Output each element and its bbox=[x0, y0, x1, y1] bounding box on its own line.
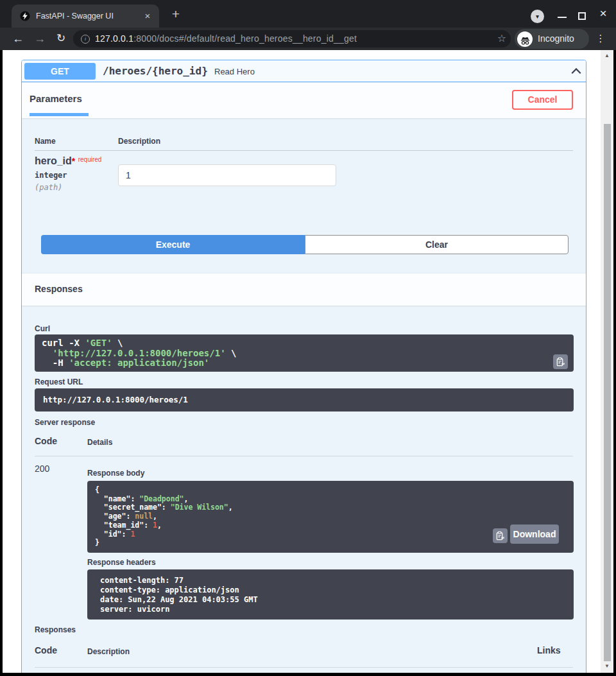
url-bar[interactable]: i 127.0.0.1:8000/docs#/default/read_hero… bbox=[73, 30, 511, 48]
clipboard-icon bbox=[495, 531, 505, 541]
response-headers-label: Response headers bbox=[87, 558, 156, 567]
browser-toolbar: ← → ↻ i 127.0.0.1:8000/docs#/default/rea… bbox=[0, 28, 616, 50]
incognito-label: Incognito bbox=[538, 29, 574, 49]
endpoint-summary: Read Hero bbox=[214, 60, 255, 82]
browser-menu-icon[interactable]: ⋮ bbox=[595, 28, 606, 50]
documented-responses-label: Responses bbox=[35, 625, 76, 634]
curl-line: -H 'accept: application/json' bbox=[42, 358, 574, 368]
cancel-button[interactable]: Cancel bbox=[512, 90, 573, 110]
chevron-up-icon[interactable] bbox=[570, 65, 582, 77]
column-header-links: Links bbox=[537, 645, 561, 655]
json-line: { bbox=[95, 486, 574, 495]
header-line: server: uvicorn bbox=[100, 605, 574, 614]
header-line: content-type: application/json bbox=[100, 585, 574, 595]
column-header-description: Description bbox=[87, 647, 130, 656]
header-line: date: Sun,22 Aug 2021 04:03:55 GMT bbox=[100, 595, 574, 605]
new-tab-button[interactable]: + bbox=[168, 6, 184, 22]
param-type: integer bbox=[35, 171, 67, 180]
browser-tab[interactable]: FastAPI - Swagger UI × bbox=[12, 4, 159, 28]
hero-id-input[interactable] bbox=[118, 164, 336, 186]
url-text: 127.0.0.1:8000/docs#/default/read_hero_h… bbox=[95, 30, 357, 48]
window-maximize-button[interactable] bbox=[578, 12, 586, 20]
url-path: :8000/docs#/default/read_hero_heroes__he… bbox=[133, 33, 357, 44]
browser-tab-bar: FastAPI - Swagger UI × + ▾ × bbox=[0, 0, 616, 28]
json-line: "name": "Deadpond", bbox=[95, 495, 574, 504]
vertical-scrollbar[interactable]: ▲ ▼ bbox=[601, 50, 613, 673]
request-url-label: Request URL bbox=[35, 377, 83, 386]
header-line: content-length: 77 bbox=[100, 576, 574, 585]
column-header-code: Code bbox=[35, 436, 57, 446]
json-line: "age": null, bbox=[95, 512, 574, 521]
request-url-value: http://127.0.0.1:8000/heroes/1 bbox=[43, 395, 574, 404]
column-header-code: Code bbox=[35, 645, 57, 655]
doc-response-code: 200 bbox=[35, 672, 49, 673]
column-header-description: Description bbox=[118, 137, 160, 146]
execute-button[interactable]: Execute bbox=[41, 235, 305, 254]
doc-response-links: No links bbox=[537, 672, 565, 673]
window-close-button[interactable]: × bbox=[595, 6, 611, 21]
download-button[interactable]: Download bbox=[510, 524, 559, 544]
responses-section-header: Responses bbox=[22, 273, 586, 306]
swagger-page: GET /heroes/{hero_id} Read Hero Paramete… bbox=[3, 50, 601, 673]
http-method-badge: GET bbox=[24, 63, 96, 80]
column-header-details: Details bbox=[87, 438, 112, 447]
clipboard-icon bbox=[556, 357, 565, 367]
clear-button[interactable]: Clear bbox=[305, 235, 569, 254]
copy-curl-button[interactable] bbox=[553, 354, 568, 369]
scroll-up-icon[interactable]: ▲ bbox=[601, 51, 613, 60]
column-header-name: Name bbox=[35, 137, 56, 146]
fastapi-favicon-icon bbox=[20, 11, 30, 21]
json-line: "secret_name": "Dive Wilson", bbox=[95, 503, 574, 512]
incognito-badge: Incognito bbox=[515, 29, 589, 49]
curl-command-block: curl -X 'GET' \ 'http://127.0.0.1:8000/h… bbox=[35, 334, 574, 372]
curl-line: curl -X 'GET' \ bbox=[42, 338, 574, 349]
param-location: (path) bbox=[35, 183, 62, 192]
opblock-get-heroes: GET /heroes/{hero_id} Read Hero Paramete… bbox=[21, 60, 586, 673]
tab-title: FastAPI - Swagger UI bbox=[36, 4, 114, 28]
response-headers-block: content-length: 77 content-type: applica… bbox=[87, 569, 574, 620]
active-tab-underline bbox=[30, 113, 89, 116]
param-name: hero_id* required bbox=[35, 155, 101, 167]
parameters-section-header: Parameters Cancel bbox=[22, 83, 586, 118]
request-url-block: http://127.0.0.1:8000/heroes/1 bbox=[35, 388, 574, 412]
opblock-summary[interactable]: GET /heroes/{hero_id} Read Hero bbox=[22, 60, 586, 82]
divider bbox=[35, 456, 573, 456]
required-label: required bbox=[78, 156, 102, 163]
scroll-down-icon[interactable]: ▼ bbox=[601, 662, 613, 671]
tab-close-icon[interactable]: × bbox=[141, 10, 154, 22]
curl-label: Curl bbox=[35, 324, 50, 333]
param-name-text: hero_id bbox=[35, 155, 72, 166]
response-body-label: Response body bbox=[87, 469, 144, 478]
copy-response-button[interactable] bbox=[493, 528, 508, 543]
divider bbox=[35, 150, 573, 151]
server-response-label: Server response bbox=[35, 418, 95, 427]
curl-line: 'http://127.0.0.1:8000/heroes/1' \ bbox=[42, 349, 574, 359]
bookmark-star-icon[interactable]: ☆ bbox=[494, 28, 509, 50]
browser-profile-icon[interactable]: ▾ bbox=[531, 10, 544, 23]
endpoint-path: /heroes/{hero_id} bbox=[103, 60, 208, 82]
window-minimize-button[interactable] bbox=[558, 17, 567, 18]
divider bbox=[35, 667, 573, 668]
required-star: * bbox=[72, 156, 75, 166]
site-info-icon[interactable]: i bbox=[81, 35, 90, 44]
url-host: 127.0.0.1 bbox=[95, 33, 133, 44]
reload-icon[interactable]: ↻ bbox=[53, 28, 69, 50]
responses-title: Responses bbox=[35, 284, 83, 294]
response-body-block: { "name": "Deadpond", "secret_name": "Di… bbox=[87, 481, 574, 553]
tab-parameters[interactable]: Parameters bbox=[30, 93, 82, 104]
status-code: 200 bbox=[35, 464, 49, 474]
forward-icon[interactable]: → bbox=[32, 28, 47, 50]
back-icon[interactable]: ← bbox=[10, 28, 26, 50]
incognito-icon bbox=[517, 31, 533, 47]
scrollbar-thumb[interactable] bbox=[604, 124, 611, 661]
